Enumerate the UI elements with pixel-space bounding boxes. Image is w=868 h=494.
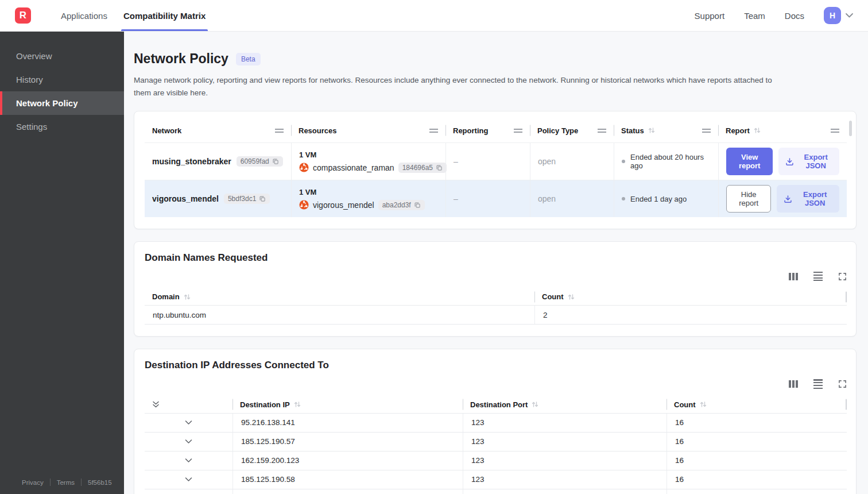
copy-icon[interactable] (414, 202, 421, 209)
column-header-destination-ip[interactable]: Destination IP (232, 396, 463, 413)
team-link[interactable]: Team (744, 11, 765, 21)
sort-icon[interactable] (700, 401, 707, 408)
support-link[interactable]: Support (695, 11, 725, 21)
domain-cell: ntp.ubuntu.com (145, 306, 534, 324)
status-cell: Ended about 20 hours ago (614, 143, 718, 180)
column-header-reporting[interactable]: Reporting (445, 118, 530, 142)
sort-icon[interactable] (184, 294, 191, 300)
destination-row: 185.125.190.57 123 16 (145, 432, 847, 451)
resources-cell: 1 VM compassionate_raman 184696a5 (291, 143, 445, 180)
column-header-count[interactable]: Count (666, 396, 847, 413)
fullscreen-icon[interactable] (838, 272, 847, 281)
destination-port-cell: 123 (463, 489, 666, 494)
sidebar-footer: Privacy Terms 5f56b15 (0, 478, 124, 494)
fullscreen-icon[interactable] (838, 380, 847, 388)
policy-type-cell: open (530, 143, 614, 180)
sidebar-item-settings[interactable]: Settings (0, 115, 124, 138)
count-cell: 16 (666, 433, 847, 451)
copy-icon[interactable] (272, 158, 279, 165)
account-menu[interactable]: H (824, 7, 853, 24)
column-resize-icon[interactable] (598, 129, 606, 133)
card-title: Domain Names Requested (145, 252, 847, 264)
sort-icon[interactable] (754, 127, 761, 134)
docs-link[interactable]: Docs (785, 11, 804, 21)
column-header-domain[interactable]: Domain (145, 288, 534, 305)
copy-icon[interactable] (259, 195, 266, 202)
reporting-cell: – (445, 180, 530, 217)
column-header-policy-type[interactable]: Policy Type (530, 118, 614, 142)
copy-icon[interactable] (436, 164, 443, 171)
app-logo[interactable]: R (15, 7, 31, 24)
column-header-status[interactable]: Status (614, 118, 718, 142)
columns-icon[interactable] (789, 273, 798, 280)
export-json-button[interactable]: Export JSON (778, 148, 839, 175)
status-dot (622, 197, 625, 200)
sidebar-item-overview[interactable]: Overview (0, 44, 124, 68)
destination-row: 185.125.190.58 123 16 (145, 470, 847, 489)
destinations-table: Destination IP Destination Port Count (145, 396, 847, 494)
privacy-link[interactable]: Privacy (22, 479, 44, 486)
sidebar-item-history[interactable]: History (0, 68, 124, 91)
destination-port-cell: 123 (463, 414, 666, 432)
resource-id-badge[interactable]: 184696a5 (398, 163, 447, 173)
view-report-button[interactable]: View report (726, 148, 773, 175)
column-header-destination-port[interactable]: Destination Port (463, 396, 666, 413)
row-expander (145, 414, 232, 432)
beta-badge: Beta (236, 53, 261, 65)
column-resize-icon[interactable] (275, 129, 284, 133)
resource-name: compassionate_raman (313, 163, 394, 172)
domain-row: ntp.ubuntu.com 2 (145, 305, 847, 324)
table-toolbar (145, 272, 847, 281)
destination-row: 95.216.138.141 123 16 (145, 413, 847, 432)
column-header-report[interactable]: Report (718, 118, 847, 142)
chevron-down-icon[interactable] (185, 439, 192, 444)
network-name: musing_stonebraker (152, 157, 231, 166)
top-navbar: R Applications Compatibility Matrix Supp… (0, 0, 868, 32)
chevron-down-icon[interactable] (185, 420, 192, 425)
reporting-cell: – (445, 143, 530, 180)
terms-link[interactable]: Terms (57, 479, 75, 486)
sort-icon[interactable] (532, 401, 538, 408)
sort-icon[interactable] (294, 401, 301, 408)
column-resize-icon[interactable] (831, 129, 839, 133)
column-resize-icon[interactable] (702, 129, 711, 133)
destination-ip-cell: 95.216.100.21 (232, 489, 463, 494)
columns-icon[interactable] (789, 380, 798, 388)
hide-report-button[interactable]: Hide report (726, 185, 771, 213)
column-header-expander (145, 396, 232, 413)
networks-table-header: Network Resources Reporting Policy Type … (145, 118, 847, 142)
status-text: Ended 1 day ago (630, 195, 687, 203)
sidebar-item-network-policy[interactable]: Network Policy (0, 91, 124, 115)
tab-compatibility-matrix[interactable]: Compatibility Matrix (115, 0, 214, 31)
network-name: vigorous_mendel (152, 194, 219, 203)
column-resize-icon[interactable] (429, 129, 438, 133)
row-expander (145, 489, 232, 494)
density-icon[interactable] (813, 379, 823, 388)
avatar[interactable]: H (824, 7, 841, 24)
sort-icon[interactable] (568, 294, 575, 300)
sort-icon[interactable] (648, 127, 655, 134)
destination-ip-cell: 162.159.200.123 (232, 451, 463, 470)
table-scrollbar[interactable] (849, 121, 852, 136)
network-cell: musing_stonebraker 60959fad (145, 143, 291, 180)
column-header-count[interactable]: Count (534, 288, 847, 305)
export-json-button[interactable]: Export JSON (777, 185, 839, 213)
column-resize-icon[interactable] (514, 129, 522, 133)
network-id-badge[interactable]: 5bdf3dc1 (224, 194, 270, 204)
column-header-resources[interactable]: Resources (291, 118, 445, 142)
destination-port-cell: 123 (463, 451, 666, 470)
status-text: Ended about 20 hours ago (630, 153, 711, 170)
column-header-network[interactable]: Network (145, 118, 291, 142)
report-cell: View report Export JSON (718, 143, 847, 180)
destination-ip-cell: 185.125.190.58 (232, 470, 463, 489)
density-icon[interactable] (813, 272, 823, 281)
network-id-badge[interactable]: 60959fad (237, 156, 283, 167)
resources-cell: 1 VM vigorous_mendel aba2dd3f (291, 180, 445, 217)
tab-applications[interactable]: Applications (53, 0, 115, 31)
chevron-down-icon[interactable] (846, 13, 853, 18)
chevron-down-icon[interactable] (185, 477, 192, 482)
expand-all-icon[interactable] (152, 400, 160, 408)
resource-id-badge[interactable]: aba2dd3f (378, 200, 425, 210)
chevron-down-icon[interactable] (185, 458, 192, 463)
destination-row: 162.159.200.123 123 16 (145, 451, 847, 470)
